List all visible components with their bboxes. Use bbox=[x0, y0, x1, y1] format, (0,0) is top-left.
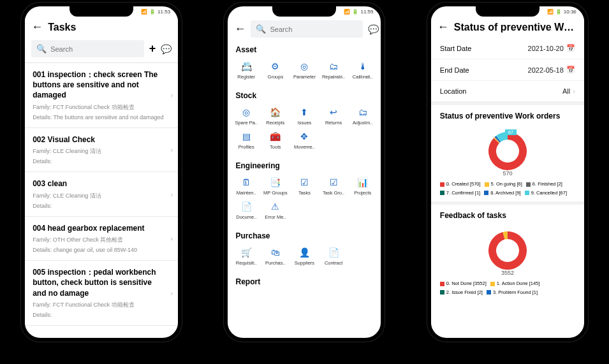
menu-item[interactable]: 👤Suppliers bbox=[290, 244, 319, 268]
menu-item[interactable]: 🗂Adjustm.. bbox=[348, 104, 378, 128]
task-item[interactable]: 003 clean Family: CLE Cleaning 清洁 Detail… bbox=[25, 172, 178, 216]
donut-chart: 3552 bbox=[431, 222, 584, 279]
menu-item[interactable]: ✥Moveme.. bbox=[290, 128, 319, 152]
filter-start-date[interactable]: Start Date 2021-10-20📅 bbox=[431, 38, 584, 59]
menu-item[interactable]: 📄Contract bbox=[319, 244, 348, 268]
menu-icon: 🌡 bbox=[357, 61, 369, 72]
filter-label: End Date bbox=[440, 66, 469, 74]
svg-text:570: 570 bbox=[503, 170, 512, 177]
search-icon: 🔍 bbox=[256, 24, 266, 34]
back-icon[interactable]: ← bbox=[31, 20, 43, 34]
header: ← Tasks bbox=[25, 17, 178, 38]
menu-item[interactable]: 📑MP Groups bbox=[261, 174, 290, 198]
menu-icon: ☑ bbox=[328, 177, 339, 188]
search-input[interactable] bbox=[50, 45, 138, 53]
menu-label: Calibrati.. bbox=[353, 74, 373, 80]
task-item[interactable]: 002 Visual Check Family: CLE Cleaning 清洁… bbox=[25, 128, 178, 172]
search-input[interactable] bbox=[270, 25, 358, 33]
menu-item[interactable]: 📇Register bbox=[231, 58, 261, 82]
legend-swatch bbox=[440, 290, 444, 295]
menu-item[interactable]: ◎Spare Pa.. bbox=[231, 104, 261, 128]
menu-icon: 🗂 bbox=[357, 106, 369, 118]
menu-item[interactable]: 🧰Tools bbox=[261, 128, 290, 152]
menu-item[interactable]: 🗓Mainten.. bbox=[231, 174, 261, 198]
battery-icon: 🔋 bbox=[352, 9, 358, 15]
legend-swatch bbox=[440, 282, 444, 286]
chevron-right-icon: › bbox=[170, 91, 173, 99]
back-icon[interactable]: ← bbox=[234, 22, 246, 36]
menu-icon: 🗓 bbox=[240, 177, 252, 188]
menu-icon: 📄 bbox=[240, 201, 252, 212]
legend: 0. Created [570]5. On going [6]6. Finish… bbox=[431, 179, 584, 201]
menu-item[interactable]: ↩Returns bbox=[319, 104, 348, 128]
back-icon[interactable]: ← bbox=[437, 20, 449, 34]
search-box[interactable]: 🔍 bbox=[31, 40, 143, 57]
menu-icon: 📑 bbox=[270, 177, 281, 188]
section-label: Purchase bbox=[228, 226, 381, 243]
menu-label: Task Gro.. bbox=[323, 190, 344, 196]
phone-tasks: 📶 🔋 11:53 ← Tasks 🔍 + 💬 001 inspection：c… bbox=[25, 6, 178, 338]
section-label: Asset bbox=[228, 40, 381, 57]
task-details: Details: The buttons are sensitive and n… bbox=[33, 113, 170, 121]
chat-icon[interactable]: 💬 bbox=[368, 24, 379, 34]
search-box[interactable]: 🔍 bbox=[251, 20, 363, 38]
menu-item[interactable]: 🛒Requisiti.. bbox=[231, 244, 261, 268]
add-icon[interactable]: + bbox=[149, 42, 156, 55]
chart-title: Feedback of tasks bbox=[431, 205, 584, 222]
menu-label: Adjustm.. bbox=[353, 120, 372, 126]
menu-item[interactable]: ◎Parameter bbox=[290, 58, 319, 82]
menu-item[interactable]: ⚠Error Me.. bbox=[261, 198, 290, 222]
legend-text: 5. On going [6] bbox=[491, 180, 522, 188]
menu-item[interactable]: ⬆Issues bbox=[290, 104, 319, 128]
menu-label: Requisiti.. bbox=[236, 260, 257, 266]
menu-item[interactable]: 📊Projects bbox=[348, 174, 378, 198]
page-title: Status of preventive Work … bbox=[454, 22, 578, 33]
menu-label: Receipts bbox=[266, 120, 284, 126]
header: ← 🔍 💬 bbox=[228, 17, 381, 40]
donut-chart: 57067 bbox=[431, 123, 584, 179]
chart-2: Feedback of tasks 3552 0. Not Done [3552… bbox=[431, 205, 584, 301]
task-family: Family: OTH Other Check 其他检查 bbox=[33, 236, 170, 244]
menu-icon: 🛒 bbox=[240, 247, 252, 258]
menu-item[interactable]: 🛍Purchas.. bbox=[261, 244, 290, 268]
menu-icon: ☑ bbox=[298, 177, 310, 188]
menu-label: Docume.. bbox=[236, 214, 256, 220]
menu-label: Projects bbox=[354, 190, 371, 196]
header: ← Status of preventive Work … bbox=[431, 17, 584, 38]
legend-text: 0. Not Done [3552] bbox=[446, 280, 487, 288]
menu-item[interactable]: ▤Profiles bbox=[231, 128, 261, 152]
task-item[interactable]: 004 head gearbox replacement Family: OTH… bbox=[25, 217, 178, 261]
legend-item: 6. Finished [2] bbox=[526, 180, 562, 188]
task-item[interactable]: 005 inspection：pedal workbench button, c… bbox=[25, 261, 178, 326]
task-item[interactable]: 001 inspection：check screen The buttons … bbox=[25, 63, 178, 128]
menu-label: Register bbox=[237, 74, 255, 80]
menu-label: Purchas.. bbox=[265, 260, 286, 266]
menu-item[interactable]: 📄Docume.. bbox=[231, 198, 261, 222]
menu-item[interactable]: ☑Task Gro.. bbox=[319, 174, 348, 198]
menu-grid: ◎Spare Pa..🏠Receipts⬆Issues↩Returns🗂Adju… bbox=[228, 103, 381, 156]
search-row: 🔍 + 💬 bbox=[25, 38, 178, 60]
menu-label: Suppliers bbox=[295, 260, 314, 266]
menu-item[interactable]: 🌡Calibrati.. bbox=[348, 58, 378, 82]
chat-icon[interactable]: 💬 bbox=[161, 44, 172, 54]
menu-item[interactable]: ☑Tasks bbox=[290, 174, 319, 198]
legend-item: 5. On going [6] bbox=[485, 180, 522, 188]
filter-location[interactable]: Location All› bbox=[431, 81, 584, 102]
status-time: 10:36 bbox=[564, 9, 576, 15]
menu-label: Profiles bbox=[238, 144, 254, 150]
legend: 0. Not Done [3552]1. Action Done [145]2.… bbox=[431, 279, 584, 301]
chevron-right-icon: › bbox=[170, 146, 173, 154]
legend-text: 7. Confirmed [1] bbox=[446, 189, 480, 197]
menu-item[interactable]: ⚙Groups bbox=[261, 58, 290, 82]
page-title: Tasks bbox=[48, 22, 172, 33]
menu-item[interactable]: 🏠Receipts bbox=[261, 104, 290, 128]
task-title: 005 inspection：pedal workbench button, c… bbox=[33, 267, 170, 298]
legend-text: 9. Cancelled [67] bbox=[531, 189, 567, 197]
legend-text: 6. Finished [2] bbox=[532, 180, 562, 188]
filter-end-date[interactable]: End Date 2022-05-18📅 bbox=[431, 59, 584, 81]
legend-swatch bbox=[525, 191, 529, 195]
svg-text:3552: 3552 bbox=[501, 270, 514, 276]
menu-icon: ◎ bbox=[298, 61, 310, 72]
menu-item[interactable]: 🗂Repairabi.. bbox=[319, 58, 348, 82]
task-family: Family: FCT Functional Check 功能检查 bbox=[33, 103, 170, 111]
